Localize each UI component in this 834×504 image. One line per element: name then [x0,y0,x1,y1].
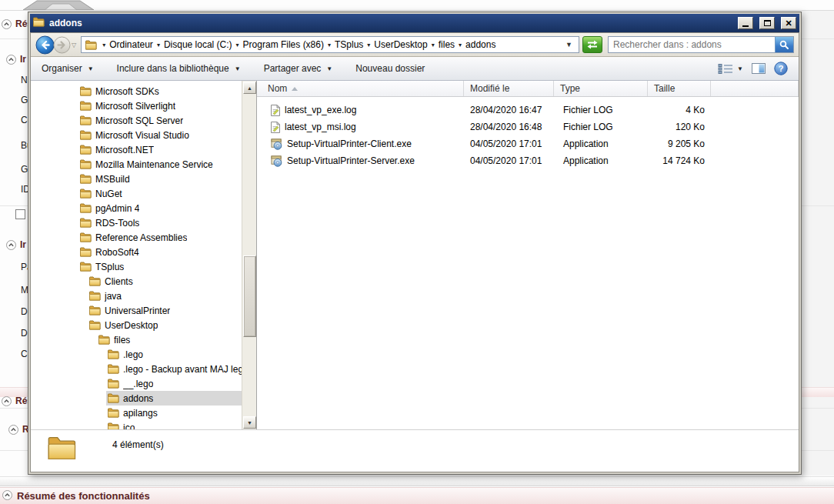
tree-item-microsoft-sql-server[interactable]: Microsoft SQL Server [31,113,256,128]
tree-item-pgadmin-4[interactable]: pgAdmin 4 [31,201,256,215]
background-bottom-section[interactable]: Résumé des fonctionnalités [0,487,834,504]
file-row-latest-vp-msi-log[interactable]: latest_vp_msi.log28/04/2020 16:48Fichier… [257,118,799,135]
folder-tree-pane: Microsoft SDKsMicrosoft SilverlightMicro… [31,81,257,429]
tree-item-microsoft-net[interactable]: Microsoft.NET [31,142,256,157]
toolbar-button-label: Partager avec [264,63,322,74]
breadcrumb-item-disque-local-c[interactable]: Disque local (C:) [164,39,232,50]
tree-item-microsoft-silverlight[interactable]: Microsoft Silverlight [31,98,256,113]
titlebar[interactable]: addons ✕ [30,14,799,32]
tree-indent [31,128,78,142]
search-icon[interactable] [775,37,793,52]
tree-item-ico[interactable]: ico [31,420,256,429]
tree-item-universalprinter[interactable]: UniversalPrinter [31,303,256,318]
recent-pages-dropdown[interactable]: ▽ [72,42,76,48]
breadcrumb-item-program-files-x86[interactable]: Program Files (x86) [243,39,324,50]
breadcrumb-item-userdesktop[interactable]: UserDesktop [374,39,427,50]
tree-item-java[interactable]: java [31,289,256,303]
background-section-header[interactable]: Ir [6,54,26,65]
tree-item-reference-assemblies[interactable]: Reference Assemblies [31,230,256,245]
tree-item-clients[interactable]: Clients [31,274,256,289]
background-section-header[interactable]: Ir [6,239,26,250]
breadcrumb-separator-icon: ▾ [236,42,239,48]
breadcrumb-item-tsplus[interactable]: TSplus [335,39,363,50]
folder-icon [108,393,119,403]
column-header-type[interactable]: Type [554,81,648,96]
forward-button[interactable] [53,36,71,54]
tree-item-lego-backup-avant-maj-lego-ex[interactable]: .lego - Backup avant MAJ lego ex [31,362,256,376]
tree-item-microsoft-visual-studio[interactable]: Microsoft Visual Studio [31,128,256,142]
background-section-header[interactable]: R [8,424,29,435]
tree-item-msbuild[interactable]: MSBuild [31,172,256,186]
tree-indent [31,215,78,230]
command-bar: Organiser▼Inclure dans la bibliothèque▼P… [31,57,799,81]
column-header-nom[interactable]: Nom [257,81,464,96]
breadcrumb-item-ordinateur[interactable]: Ordinateur [109,39,153,50]
toolbar-button-nouveau-dossier[interactable]: Nouveau dossier [354,60,426,77]
address-history-dropdown[interactable]: ▼ [563,41,575,48]
tree-item-label: UserDesktop [105,320,158,331]
tree-item-mozilla-maintenance-service[interactable]: Mozilla Maintenance Service [31,157,256,172]
tree-item-tsplus[interactable]: TSplus [31,259,256,274]
scroll-up-icon[interactable]: ▲ [243,82,256,94]
tree-scrollbar[interactable]: ▲ ▼ [242,81,256,429]
scrollbar-thumb[interactable] [243,255,256,337]
column-header-taille[interactable]: Taille [648,81,711,96]
help-icon[interactable]: ? [774,62,788,75]
item-count: 4 élément(s) [112,439,164,450]
installer-icon [271,139,282,150]
file-size-cell: 9 205 Ko [648,139,711,149]
refresh-button[interactable] [582,36,602,53]
tree-item-rds-tools[interactable]: RDS-Tools [31,215,256,230]
tree-item-lego[interactable]: .lego [31,347,256,362]
tree-item-nuget[interactable]: NuGet [31,186,256,201]
tree-indent [31,84,78,98]
file-size-cell: 120 Ko [648,122,711,132]
tree-item-lego[interactable]: __.lego [31,376,256,391]
search-input[interactable] [609,38,775,52]
toolbar-button-inclure-dans-la-biblioth-que[interactable]: Inclure dans la bibliothèque▼ [115,60,242,77]
maximize-button[interactable] [759,17,775,29]
breadcrumb-item-files[interactable]: files [439,39,455,50]
minimize-button[interactable] [738,17,753,29]
tree-item-userdesktop[interactable]: UserDesktop [31,318,256,332]
background-divider [0,10,834,11]
toolbar-button-partager-avec[interactable]: Partager avec▼ [262,60,335,77]
views-button[interactable]: ▼ [718,63,743,74]
tree-indent [31,186,78,201]
search-box[interactable] [608,36,794,53]
background-checkbox[interactable] [15,209,25,219]
file-row-setup-virtualprinter-server-exe[interactable]: Setup-VirtualPrinter-Server.exe04/05/202… [257,152,799,169]
back-button[interactable] [35,35,55,55]
tree-item-files[interactable]: files [31,332,256,347]
file-modified-cell: 04/05/2020 17:01 [464,155,554,166]
breadcrumb-separator-icon: ▾ [328,42,331,48]
scroll-down-icon[interactable]: ▼ [243,416,256,429]
column-header-modifie-le[interactable]: Modifié le [464,81,554,96]
tree-item-addons[interactable]: addons [31,391,256,406]
folder-icon [33,17,45,29]
toolbar-button-organiser[interactable]: Organiser▼ [40,60,95,77]
file-row-latest-vp-exe-log[interactable]: latest_vp_exe.log28/04/2020 16:47Fichier… [257,102,799,118]
tree-item-apilangs[interactable]: apilangs [31,406,256,420]
file-type-cell: Application [554,139,648,149]
tree-indent [31,157,78,172]
breadcrumb[interactable]: ▾Ordinateur▾Disque local (C:)▾Program Fi… [81,36,579,53]
file-modified-cell: 04/05/2020 17:01 [464,139,554,149]
folder-icon [89,276,101,286]
close-button[interactable]: ✕ [781,17,796,29]
column-header-empty[interactable] [711,81,799,96]
file-name-cell: latest_vp_exe.log [257,105,464,116]
tree-item-microsoft-sdks[interactable]: Microsoft SDKs [31,84,256,98]
tree-item-content: Microsoft Silverlight [78,98,256,113]
tree-item-robosoft4[interactable]: RoboSoft4 [31,245,256,259]
tree-item-content: RDS-Tools [78,215,256,230]
preview-pane-button[interactable] [752,63,766,74]
tree-indent [31,391,106,406]
file-name-cell: Setup-VirtualPrinter-Client.exe [257,139,464,150]
tree-item-label: apilangs [123,408,158,419]
file-row-setup-virtualprinter-client-exe[interactable]: Setup-VirtualPrinter-Client.exe04/05/202… [257,135,799,152]
tree-item-content: NuGet [78,186,256,201]
tree-item-label: Microsoft Silverlight [95,101,175,112]
file-type-cell: Fichier LOG [554,105,648,115]
breadcrumb-item-addons[interactable]: addons [465,39,495,50]
